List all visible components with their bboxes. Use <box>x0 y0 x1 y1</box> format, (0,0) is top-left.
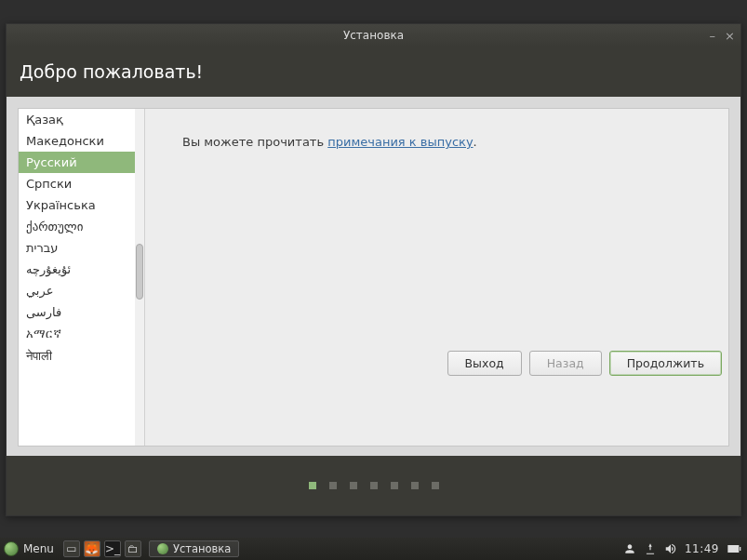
language-option[interactable]: Македонски <box>19 130 135 152</box>
quit-button[interactable]: Выход <box>447 351 522 376</box>
progress-dot <box>391 482 398 489</box>
progress-dot <box>370 482 378 489</box>
continue-button[interactable]: Продолжить <box>609 351 722 376</box>
scrollbar[interactable] <box>135 109 144 446</box>
show-desktop-icon[interactable]: ▭ <box>63 540 80 557</box>
heading-text: Добро пожаловать! <box>20 61 203 82</box>
language-option[interactable]: عربي <box>19 280 135 301</box>
progress-dot <box>432 482 439 489</box>
language-option[interactable]: فارسی <box>19 301 135 323</box>
language-option[interactable]: ქართული <box>19 216 135 237</box>
titlebar[interactable]: Установка – × <box>7 24 740 47</box>
menu-label: Menu <box>23 542 54 555</box>
window-title: Установка <box>343 29 404 42</box>
language-option[interactable]: עברית <box>19 237 135 259</box>
updates-icon[interactable] <box>644 542 657 555</box>
note-prefix: Вы можете прочитать <box>182 135 327 149</box>
language-list[interactable]: ҚазақМакедонскиРусскийСрпскиУкраїнськаქა… <box>19 109 145 446</box>
taskbar[interactable]: Menu ▭ 🦊 >_ 🗀 Установка 11:49 <box>0 538 747 560</box>
note-suffix: . <box>474 135 477 149</box>
mint-logo-icon <box>4 541 19 556</box>
menu-button[interactable]: Menu <box>0 538 61 560</box>
release-notes-text: Вы можете прочитать примечания к выпуску… <box>182 135 710 149</box>
firefox-icon[interactable]: 🦊 <box>84 540 100 557</box>
language-option[interactable]: ئۇيغۇرچە <box>19 259 135 280</box>
content-area: ҚазақМакедонскиРусскийСрпскиУкраїнськаქა… <box>7 97 740 456</box>
progress-dot <box>350 482 357 489</box>
power-icon[interactable] <box>727 541 741 556</box>
task-app-icon <box>157 543 168 554</box>
progress-dot <box>329 482 337 489</box>
back-button: Назад <box>529 351 602 376</box>
page-heading: Добро пожаловать! <box>7 47 740 97</box>
language-option[interactable]: Русский <box>19 152 135 173</box>
language-option[interactable]: Српски <box>19 173 135 194</box>
task-item-installer[interactable]: Установка <box>149 540 239 557</box>
main-panel: Вы можете прочитать примечания к выпуску… <box>145 109 728 446</box>
files-icon[interactable]: 🗀 <box>125 540 141 557</box>
user-icon[interactable] <box>623 542 636 555</box>
progress-dots <box>7 456 740 515</box>
content-inner: ҚазақМакедонскиРусскийСрпскиУкраїнськаქა… <box>18 108 729 447</box>
desktop: Установка – × Добро пожаловать! ҚазақМак… <box>0 0 747 560</box>
terminal-icon[interactable]: >_ <box>104 540 121 557</box>
progress-dot <box>309 482 316 489</box>
installer-window: Установка – × Добро пожаловать! ҚазақМак… <box>6 23 741 516</box>
scroll-thumb[interactable] <box>136 244 143 300</box>
progress-dot <box>411 482 419 489</box>
release-notes-link[interactable]: примечания к выпуску <box>327 135 473 149</box>
language-option[interactable]: Қазақ <box>19 109 135 130</box>
minimize-icon[interactable]: – <box>710 29 716 43</box>
volume-icon[interactable] <box>664 542 677 555</box>
language-option[interactable]: Українська <box>19 194 135 216</box>
system-tray: 11:49 <box>623 538 747 560</box>
clock[interactable]: 11:49 <box>685 542 719 555</box>
close-icon[interactable]: × <box>725 29 735 43</box>
window-controls: – × <box>710 24 735 47</box>
button-row: Выход Назад Продолжить <box>18 342 729 383</box>
task-label: Установка <box>173 542 231 555</box>
